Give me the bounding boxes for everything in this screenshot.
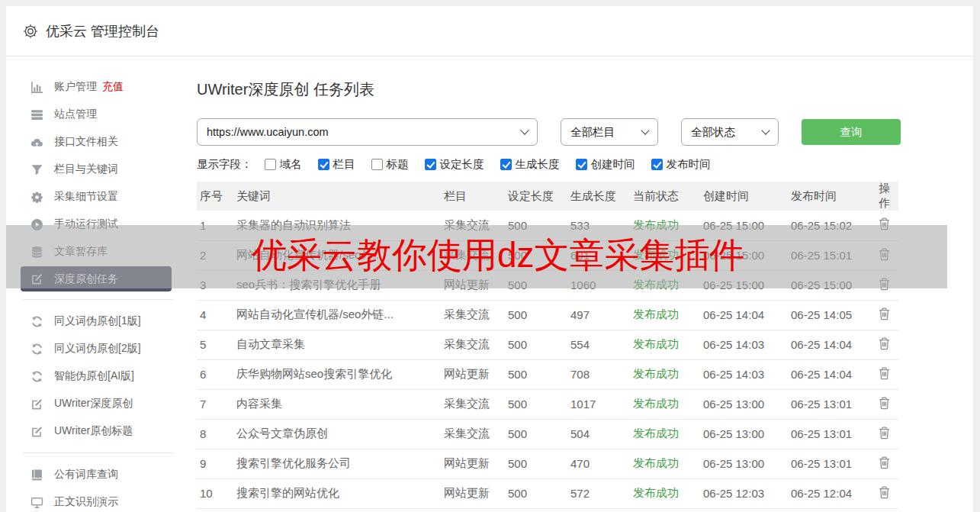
checkbox[interactable]	[425, 159, 436, 170]
play-circle-icon	[31, 218, 43, 231]
cell-ops	[869, 270, 898, 300]
trash-icon[interactable]	[879, 248, 890, 261]
cell-ops	[869, 478, 898, 508]
cell-ops	[869, 300, 898, 330]
cell-created: 06-25 14:04	[694, 300, 782, 330]
cell-published: 06-25 15:02	[782, 211, 869, 240]
cell-num: 10	[197, 478, 227, 508]
cell-set-length: 500	[499, 359, 561, 389]
cell-num: 3	[197, 270, 227, 300]
sidebar-item-manual-test[interactable]: 手动运行测试	[6, 211, 191, 238]
chart-bar-icon	[31, 81, 43, 94]
sidebar-item-interface-files[interactable]: 接口文件相关	[6, 128, 191, 156]
sidebar-item-columns-keywords[interactable]: 栏目与关键词	[6, 156, 191, 183]
sidebar-item-uwriter-deep[interactable]: UWriter深度原创	[6, 390, 191, 417]
sidebar: 账户管理 充值 站点管理 接口文件相关 栏目与关键词 采集细节设置 手动运	[6, 56, 191, 511]
status-select[interactable]: 全部状态	[681, 118, 779, 146]
server-icon	[31, 108, 43, 121]
query-button[interactable]: 查询	[802, 119, 901, 145]
sidebar-item-smart-ai[interactable]: 智能伪原创[AI版]	[6, 362, 191, 390]
trash-icon[interactable]	[879, 427, 890, 440]
column-select[interactable]: 全部栏目	[561, 118, 658, 146]
col-header-ops: 操作	[869, 182, 898, 211]
checkbox[interactable]	[371, 159, 383, 170]
checkbox[interactable]	[576, 159, 587, 170]
refresh-icon	[31, 370, 43, 383]
cell-created: 06-25 14:03	[694, 330, 782, 359]
field-column[interactable]: 栏目	[318, 157, 355, 172]
cell-published: 06-25 14:04	[782, 330, 869, 359]
cell-keyword: 自动文章采集	[227, 330, 435, 359]
cell-num: 5	[197, 330, 227, 359]
field-domain[interactable]: 域名	[265, 157, 302, 172]
checkbox[interactable]	[500, 159, 512, 170]
cell-set-length: 500	[499, 449, 561, 478]
cell-column: 采集交流	[435, 240, 499, 270]
trash-icon[interactable]	[879, 456, 890, 469]
trash-icon[interactable]	[879, 308, 890, 320]
table-row: 10 搜索引擎的网站优化 网站更新 500 572 发布成功 06-25 12:…	[197, 478, 898, 508]
sidebar-item-label: 接口文件相关	[54, 135, 118, 149]
sidebar-item-label: 公有词库查询	[54, 468, 118, 481]
sidebar-item-public-lexicon[interactable]: 公有词库查询	[6, 461, 191, 488]
trash-icon[interactable]	[879, 217, 890, 230]
col-header-status: 当前状态	[624, 182, 694, 211]
col-header-num: 序号	[197, 182, 227, 211]
cell-status: 发布成功	[624, 359, 694, 389]
sidebar-item-article-buffer[interactable]: 文章暂存库	[6, 238, 191, 266]
sidebar-item-sites[interactable]: 站点管理	[6, 101, 191, 128]
cell-column: 网站更新	[435, 478, 499, 508]
trash-icon[interactable]	[879, 397, 890, 410]
cell-gen-length: 601	[561, 240, 624, 270]
cell-ops	[869, 330, 898, 359]
sidebar-item-synonym-v2[interactable]: 同义词伪原创[2版]	[6, 335, 191, 362]
cell-gen-length: 533	[561, 211, 624, 240]
checkbox[interactable]	[651, 159, 663, 170]
field-title[interactable]: 标题	[371, 157, 409, 172]
refresh-icon	[31, 315, 43, 328]
edit-square-icon	[31, 398, 43, 411]
cell-set-length: 500	[499, 270, 561, 300]
cell-gen-length: 572	[561, 478, 624, 508]
chevron-down-icon	[520, 126, 529, 134]
sidebar-item-collect-settings[interactable]: 采集细节设置	[6, 183, 191, 211]
cell-status: 发布成功	[624, 330, 694, 359]
recharge-badge[interactable]: 充值	[102, 80, 124, 94]
trash-icon[interactable]	[879, 337, 890, 350]
checkbox[interactable]	[318, 159, 329, 170]
trash-icon[interactable]	[879, 367, 890, 380]
sidebar-item-uwriter-title[interactable]: UWriter原创标题	[6, 417, 191, 445]
trash-icon[interactable]	[879, 486, 890, 499]
trash-icon[interactable]	[879, 278, 890, 291]
checkbox[interactable]	[265, 159, 276, 170]
cell-set-length: 500	[499, 330, 561, 359]
cell-gen-length: 1060	[561, 270, 624, 300]
cell-created: 06-25 13:00	[694, 449, 782, 478]
refresh-icon	[31, 343, 43, 356]
field-gen-length[interactable]: 生成长度	[500, 157, 560, 172]
sidebar-item-deep-original-tasks[interactable]: 深度原创任务	[21, 266, 172, 291]
cell-keyword: 庆华购物网站seo搜索引擎优化	[227, 359, 435, 389]
sidebar-divider	[23, 299, 174, 300]
filter-icon	[31, 163, 43, 176]
display-fields-row: 显示字段： 域名 栏目 标题 设定长度 生成长度 创建时间 发布时间	[197, 157, 973, 172]
cell-set-length: 500	[499, 478, 561, 508]
cell-status: 发布成功	[624, 449, 694, 478]
site-select-value: https://www.ucaiyun.com	[207, 126, 329, 138]
sidebar-item-content-recognition[interactable]: 正文识别演示	[6, 488, 191, 512]
col-header-created: 创建时间	[694, 182, 782, 211]
sidebar-item-synonym-v1[interactable]: 同义词伪原创[1版]	[6, 308, 191, 335]
chevron-down-icon	[641, 126, 649, 134]
field-created-time[interactable]: 创建时间	[576, 157, 635, 172]
sidebar-item-account[interactable]: 账户管理 充值	[6, 73, 191, 101]
site-select[interactable]: https://www.ucaiyun.com	[197, 118, 538, 146]
field-publish-time[interactable]: 发布时间	[651, 157, 711, 172]
cell-num: 2	[197, 240, 227, 270]
table-row: 2 网站自动化宣传机器/seo外... 采集交流 500 601 发布成功 06…	[197, 240, 898, 270]
edit-icon	[31, 272, 43, 285]
cell-num: 9	[197, 449, 227, 478]
gear-icon	[23, 24, 38, 39]
sidebar-item-label: 深度原创任务	[54, 272, 118, 286]
cell-published: 06-25 12:04	[782, 478, 869, 508]
field-set-length[interactable]: 设定长度	[425, 157, 484, 172]
